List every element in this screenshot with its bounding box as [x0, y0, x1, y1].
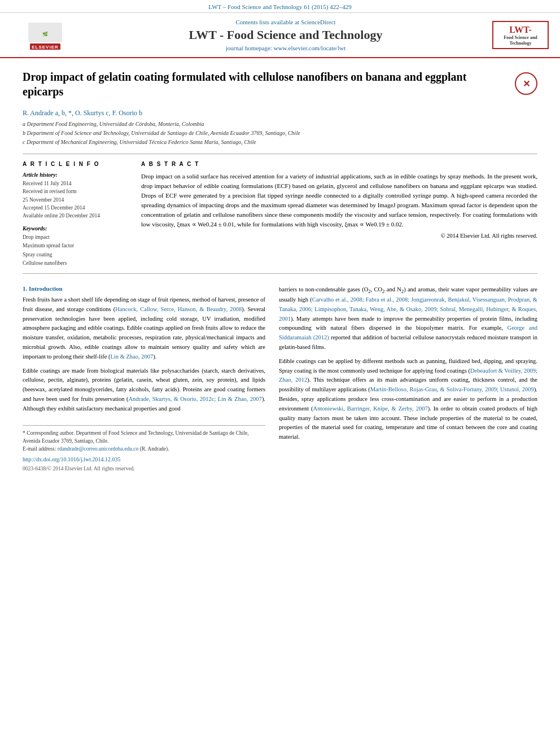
author-names: R. Andrade a, b, *, O. Skurtys c, F. Oso… — [23, 109, 142, 117]
ref-carvalho: Carvalho et al., 2008; Fabra et al., 200… — [279, 296, 537, 322]
journal-title-area: Contents lists available at ScienceDirec… — [79, 19, 492, 51]
lwt-logo-area: LWT- Food Science and Technology — [492, 21, 549, 49]
keywords-label: Keywords: — [23, 225, 130, 231]
abstract-column: A B S T R A C T Drop impact on a solid s… — [141, 161, 537, 268]
doi-link[interactable]: http://dx.doi.org/10.1016/j.lwt.2014.12.… — [23, 455, 265, 464]
right-para-0: barriers to non-condensable gases (O2, C… — [279, 285, 537, 352]
accepted-date: Accepted 15 December 2014 — [23, 204, 130, 212]
keyword-1: Maximum spread factor — [23, 242, 130, 250]
paper-title: Drop impact of gelatin coating formulate… — [23, 69, 509, 99]
authors-line: R. Andrade a, b, *, O. Skurtys c, F. Oso… — [23, 109, 537, 117]
intro-para-1: Edible coatings are made from biological… — [23, 366, 265, 414]
keyword-3: Cellulose nanofibers — [23, 259, 130, 268]
crossmark-icon: ✕ — [515, 72, 537, 95]
ref-andrade: Andrade, Skurtys, & Osorio, 2012c; Lin &… — [128, 396, 261, 402]
ref-antoniewski: Antoniewski, Barringer, Knipe, & Zerby, … — [313, 405, 428, 412]
ref-hancock: Hancock, Callow, Serce, Hanson, & Beaudr… — [115, 306, 242, 312]
affiliations: a Department Food Engineering, Universid… — [23, 120, 537, 147]
svg-text:ELSEVIER: ELSEVIER — [32, 45, 59, 50]
journal-title: LWT - Food Science and Technology — [79, 28, 492, 42]
keywords-section: Keywords: Drop impact Maximum spread fac… — [23, 225, 130, 268]
abstract-label: A B S T R A C T — [141, 161, 537, 167]
affiliation-c: c Department of Mechanical Engineering, … — [23, 138, 537, 147]
main-right-column: barriers to non-condensable gases (O2, C… — [279, 285, 537, 473]
available-date: Available online 20 December 2014 — [23, 212, 130, 220]
ref-debeaufort: Debeaufort & Voilley, 2009; Zhao, 2012 — [279, 368, 537, 383]
intro-para-0: Fresh fruits have a short shelf life dep… — [23, 295, 265, 362]
ref-martin: Martín-Belloso, Rojas-Grau, & Soliva-For… — [370, 386, 534, 392]
issn-line: 0023-6438/© 2014 Elsevier Ltd. All right… — [23, 465, 265, 473]
ref-george: George and Siddaramaiah (2012) — [279, 325, 537, 340]
right-para-1: Edible coatings can be applied by differ… — [279, 357, 537, 442]
paper-body: Drop impact of gelatin coating formulate… — [0, 58, 560, 490]
copyright-text: © 2014 Elsevier Ltd. All rights reserved… — [141, 233, 537, 239]
received-revised-label: Received in revised form — [23, 187, 130, 195]
ref-lin-zhao: Lin & Zhao, 2007 — [110, 353, 153, 360]
abstract-text: Drop impact on a solid surface has recei… — [141, 172, 537, 229]
keyword-0: Drop impact — [23, 233, 130, 242]
keyword-2: Spray coating — [23, 251, 130, 259]
corresponding-note: * Corresponding author. Department of Fo… — [23, 429, 265, 445]
lwt-logo: LWT- Food Science and Technology — [492, 21, 549, 49]
science-direct-text: Contents lists available at ScienceDirec… — [79, 19, 492, 25]
email-link[interactable]: rdandrade@correo.unicordoba.edu.co — [58, 446, 139, 452]
affiliation-b: b Department of Food Science and Technol… — [23, 129, 537, 138]
revised-date: 25 November 2014 — [23, 196, 130, 204]
elsevier-logo-area: 🌿 ELSEVIER — [11, 20, 79, 51]
article-info-label: A R T I C L E I N F O — [23, 161, 130, 167]
journal-header: 🌿 ELSEVIER Contents lists available at S… — [0, 13, 560, 58]
journal-homepage: journal homepage: www.elsevier.com/locat… — [79, 45, 492, 51]
main-left-column: 1. Introduction Fresh fruits have a shor… — [23, 285, 265, 473]
intro-heading: 1. Introduction — [23, 285, 265, 292]
abstract-divider — [23, 273, 537, 274]
article-info-column: A R T I C L E I N F O Article history: R… — [23, 161, 130, 268]
paper-title-row: Drop impact of gelatin coating formulate… — [23, 69, 537, 104]
elsevier-tree-icon: 🌿 ELSEVIER — [25, 20, 65, 51]
article-info-abstract: A R T I C L E I N F O Article history: R… — [23, 161, 537, 268]
main-content: 1. Introduction Fresh fruits have a shor… — [23, 285, 537, 473]
email-note: E-mail address: rdandrade@correo.unicord… — [23, 445, 265, 453]
affiliation-a: a Department Food Engineering, Universid… — [23, 120, 537, 129]
article-history: Article history: Received 11 July 2014 R… — [23, 172, 130, 220]
journal-citation: LWT – Food Science and Technology 61 (20… — [0, 0, 560, 13]
title-divider — [23, 154, 537, 154]
footnotes: * Corresponding author. Department of Fo… — [23, 425, 265, 473]
history-label: Article history: — [23, 172, 130, 178]
received-date: Received 11 July 2014 — [23, 180, 130, 187]
svg-text:🌿: 🌿 — [42, 31, 48, 37]
